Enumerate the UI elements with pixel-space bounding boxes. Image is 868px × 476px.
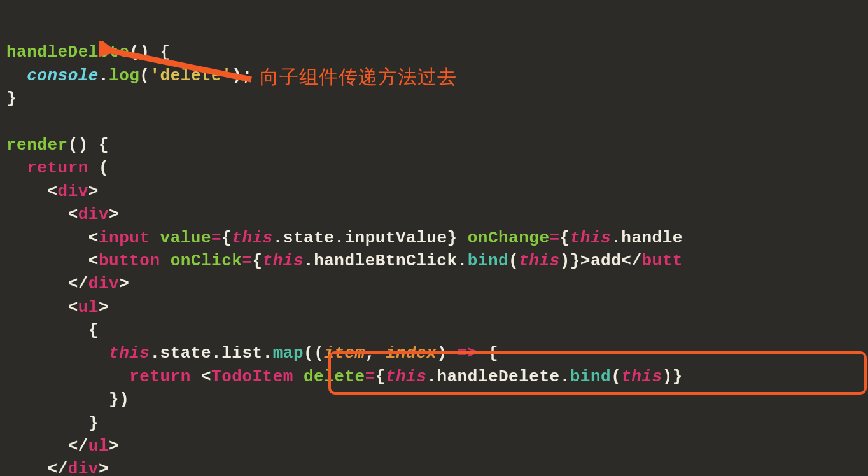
annotation-text: 向子组件传递方法过去 (260, 64, 457, 90)
method-name: handleDelete (6, 43, 129, 62)
method-name: render (6, 136, 68, 155)
